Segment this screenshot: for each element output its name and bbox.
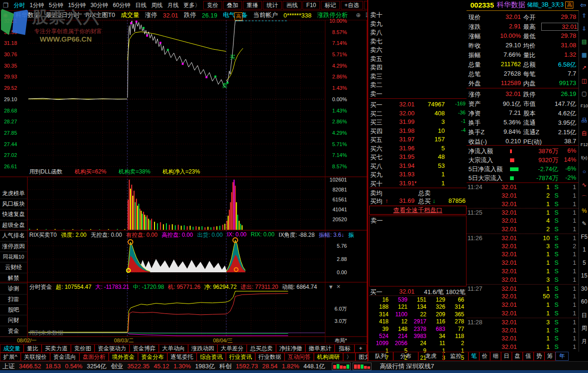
indicator-ctrl-指标[interactable]: 指标 <box>335 344 355 353</box>
tape-row[interactable]: 32.011S1 <box>467 343 579 351</box>
sell-level-row[interactable]: 卖五 <box>369 54 467 63</box>
period-tab-5分钟[interactable]: 5分钟 <box>46 1 66 9</box>
header-seg-5[interactable]: 32.01 <box>163 12 179 19</box>
full-depth-button[interactable]: 查看全速千档盘口 <box>369 206 467 215</box>
info-tab-关联报价[interactable]: 关联报价 <box>21 353 50 361</box>
sidebar-item-扫雷[interactable]: 扫雷 <box>0 294 27 305</box>
toolbar-action-标记[interactable]: 标记 <box>321 1 340 9</box>
toolbar-action-竞价[interactable]: 竞价 <box>203 1 222 9</box>
period-day[interactable]: 日 <box>579 312 588 320</box>
tape-row[interactable]: 32.011S1 <box>467 267 579 275</box>
grid-icon[interactable]: ▦ <box>579 52 588 58</box>
toolbar-action-F10[interactable]: F10 <box>303 1 320 9</box>
info-tab-资金分布[interactable]: 资金分布 <box>138 353 167 361</box>
index-seg-12[interactable]: 28.54 <box>262 363 278 370</box>
sidebar-item-云财经[interactable]: 云财经 <box>0 262 27 273</box>
period-5-min[interactable]: 5 <box>579 260 588 266</box>
sell-level-row[interactable]: 卖十 <box>369 10 467 19</box>
window-icon[interactable]: ❐ <box>3 2 9 9</box>
sidebar-item-资金[interactable]: 资金 <box>0 326 27 337</box>
header-seg-10[interactable]: 0******338 <box>284 12 311 19</box>
tape-tab-细[interactable]: 细 <box>490 352 501 361</box>
plus-circle-icon[interactable]: ⊕ <box>356 12 361 18</box>
f10-icon[interactable]: F10 <box>579 104 588 108</box>
info-tab-逐笔委托[interactable]: 逐笔委托 <box>167 353 197 361</box>
info-tab-综合资讯[interactable]: 综合资讯 <box>197 353 226 361</box>
sell-level-row[interactable]: 卖三 <box>369 72 467 80</box>
tape-row[interactable]: 32.011S1 <box>467 334 579 342</box>
buy-level-row[interactable]: 买三31.993-1 <box>369 118 467 126</box>
tape-row[interactable]: 32.012S1 <box>467 225 579 233</box>
sidebar-item-超级全盘[interactable]: 超级全盘 <box>0 220 27 231</box>
sidebar-item-涨停原因[interactable]: 涨停原因 <box>0 241 27 252</box>
custom-icon[interactable]: 自 <box>579 130 588 138</box>
buy-queue-row[interactable]: 39148237868377 <box>369 326 467 333</box>
period-30-min[interactable]: 30 <box>579 286 588 292</box>
tape-row[interactable]: 32.011S1 <box>467 250 579 258</box>
index-seg-0[interactable]: 上证 <box>2 362 15 371</box>
sidebar-item-问财[interactable]: 问财 <box>0 315 27 326</box>
period-tab-30分钟[interactable]: 30分钟 <box>88 1 110 9</box>
wave-icon[interactable]: ∿ <box>579 182 588 188</box>
period-year-tab[interactable]: 年 <box>555 352 569 361</box>
sidebar-item-解禁[interactable]: 解禁 <box>0 273 27 284</box>
indicator-tab-竞价图[interactable]: 竞价图 <box>71 344 95 353</box>
header-seg-3[interactable]: 成交量 <box>121 11 139 19</box>
buy-level-row[interactable]: 买九31.931 <box>369 170 467 179</box>
sidebar-item-同花顺10[interactable]: 同花顺10 <box>0 252 27 262</box>
toolbar-action-画线[interactable]: 画线 <box>283 1 302 9</box>
tape-tab-势[interactable]: 势 <box>534 352 545 361</box>
indicator-tab-总买总卖[interactable]: 总买总卖 <box>247 344 276 353</box>
back-arrow-icon[interactable]: ⇦ <box>580 1 586 9</box>
fund-close-icon[interactable]: × <box>337 283 340 290</box>
kline-icon[interactable]: ◫ <box>579 78 588 84</box>
info-tab-资金流向[interactable]: 资金流向 <box>50 353 79 361</box>
buy-queue-header[interactable]: 买一32.0141.6/笔1802笔 <box>369 287 467 296</box>
indicator-ctrl-+[interactable]: + <box>355 344 367 353</box>
sidebar-item-风口板块[interactable]: 风口板块 <box>0 199 27 209</box>
info-tab-互动问答[interactable]: 互动问答 <box>285 353 314 361</box>
percent-icon[interactable]: % <box>579 208 588 214</box>
f12-icon[interactable]: F12 <box>579 142 588 147</box>
scroll-up-icon[interactable]: ⇧ <box>579 12 588 19</box>
sell-level-row[interactable]: 卖六 <box>369 45 467 54</box>
indicator-tab-买卖力道[interactable]: 买卖力道 <box>42 344 71 353</box>
tape-tab-日[interactable]: 日 <box>501 352 512 361</box>
info-tab-扩展^[interactable]: 扩展^ <box>0 353 21 361</box>
period-tab-周线[interactable]: 周线 <box>149 1 165 9</box>
toolbar-action-叠加[interactable]: 叠加 <box>223 1 242 9</box>
sell-avg-row[interactable]: 卖均总卖 <box>369 189 467 197</box>
tape-tab-筹[interactable]: 筹 <box>545 352 555 361</box>
buy-queue-row[interactable]: 1653915112966 <box>369 296 467 304</box>
tape-row[interactable]: 32.013S2 <box>467 242 579 250</box>
indicator-tab-净挂净撤[interactable]: 净挂净撤 <box>276 344 305 353</box>
buy-queue-row[interactable]: 418122917116278 <box>369 318 467 325</box>
toolbar-action-+自选[interactable]: +自选 <box>341 1 363 9</box>
index-seg-7[interactable]: 45.12 <box>154 363 169 370</box>
header-seg-6[interactable]: 跌停 <box>184 11 196 19</box>
index-seg-14[interactable]: 448.1亿 <box>303 362 325 371</box>
indicator-tab-大单差分[interactable]: 大单差分 <box>217 344 247 353</box>
mountain-icon[interactable]: ⌒ <box>579 194 588 202</box>
tape-tab-笔[interactable]: 笔 <box>468 352 479 361</box>
buy-level-row[interactable]: 买二32.00408-36 <box>369 109 467 118</box>
sell-level-row[interactable]: 卖二 <box>369 80 467 89</box>
tape-row[interactable]: 32.011S1 <box>467 309 579 317</box>
buy-level-row[interactable]: 买七31.9548 <box>369 153 467 161</box>
period-tab-1分钟[interactable]: 1分钟 <box>27 1 47 9</box>
sidebar-item-人气排名[interactable]: 人气排名 <box>0 231 27 242</box>
info-tab-行业资讯[interactable]: 行业资讯 <box>226 353 255 361</box>
toolbar-action-重播[interactable]: 重播 <box>243 1 262 9</box>
buy-queue-row[interactable]: 1099205624112 <box>369 340 467 347</box>
buy-level-row[interactable]: 买四31.9810-4 <box>369 127 467 135</box>
period-1-min[interactable]: 1 <box>579 246 588 253</box>
info-tab-〉[interactable]: 〉 <box>343 353 355 361</box>
indicator-tab-涨跌动因[interactable]: 涨跌动因 <box>188 344 217 353</box>
index-seg-13[interactable]: 1.82% <box>282 363 299 370</box>
buy-queue-row[interactable]: 188121134326314 <box>369 304 467 311</box>
indicator-tab-大单动向[interactable]: 大单动向 <box>159 344 188 353</box>
buy-level-row[interactable]: 买五31.97157 <box>369 135 467 144</box>
indicator-tab-量比[interactable]: 量比 <box>24 344 42 353</box>
pen-icon[interactable]: ✎ <box>579 220 588 227</box>
formula-icon[interactable]: f(x) <box>579 156 588 160</box>
